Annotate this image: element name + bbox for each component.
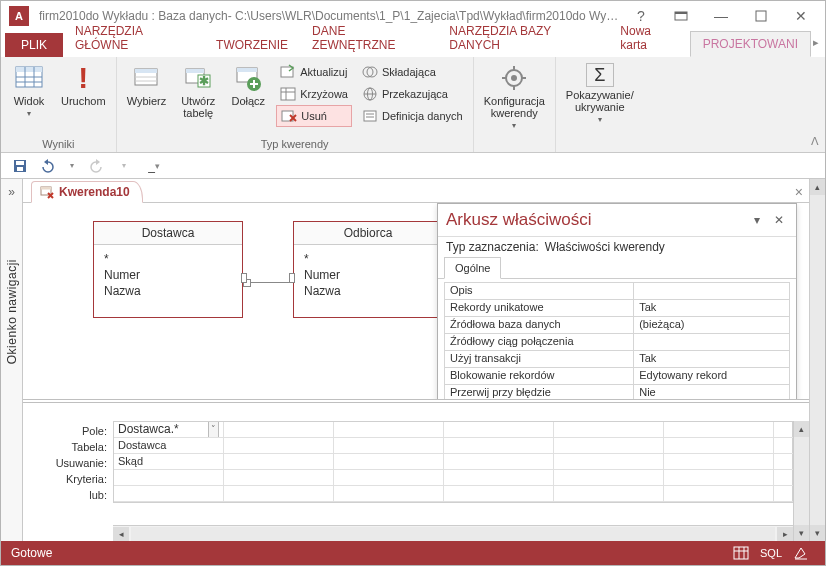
field-numer[interactable]: Numer — [304, 267, 432, 283]
cell-empty[interactable] — [224, 422, 334, 438]
tab-design[interactable]: PROJEKTOWANI — [690, 31, 811, 57]
prop-row[interactable]: Przerwij przy błędzieNie — [444, 384, 790, 402]
sql-view-button[interactable]: SQL — [757, 543, 785, 563]
prop-row[interactable]: Źródłowy ciąg połączenia — [444, 333, 790, 351]
outer-vertical-scrollbar[interactable]: ▴ ▾ — [809, 179, 825, 541]
maximize-button[interactable] — [741, 2, 781, 30]
prop-row[interactable]: Opis — [444, 282, 790, 300]
close-doc-button[interactable]: × — [795, 184, 803, 200]
horizontal-scrollbar[interactable]: ◂ ▸ — [113, 525, 793, 541]
prop-row[interactable]: Rekordy unikatoweTak — [444, 299, 790, 317]
grid-columns[interactable]: Dostawca.*˅ Dostawca Skąd ◂ — [113, 421, 793, 541]
scroll-track[interactable] — [131, 527, 775, 541]
tab-home[interactable]: NARZĘDZIA GŁÓWNE — [63, 19, 204, 57]
tab-database-tools[interactable]: NARZĘDZIA BAZY DANYCH — [437, 19, 608, 57]
scroll-up-button[interactable]: ▴ — [810, 179, 825, 195]
undo-menu-icon[interactable]: ▾ — [63, 157, 81, 175]
field-nazwa[interactable]: Nazwa — [304, 283, 432, 299]
field-nazwa[interactable]: Nazwa — [104, 283, 232, 299]
update-button[interactable]: Aktualizuj — [276, 61, 352, 83]
status-bar: Gotowe SQL — [1, 541, 825, 565]
qat-customize-icon[interactable]: _▾ — [145, 157, 163, 175]
run-icon: ! — [68, 63, 98, 93]
scroll-down-button[interactable]: ▾ — [810, 525, 825, 541]
delete-button[interactable]: Usuń — [276, 105, 352, 127]
show-hide-button[interactable]: Σ Pokazywanie/ ukrywanie ▾ — [562, 61, 638, 126]
tab-overflow-icon[interactable]: ▸ — [813, 36, 819, 49]
table-odbiorca-title: Odbiorca — [294, 222, 442, 245]
tab-custom[interactable]: Nowa karta — [608, 19, 689, 57]
property-tab-general[interactable]: Ogólne — [444, 257, 501, 279]
append-icon — [233, 63, 263, 93]
union-button[interactable]: Składająca — [358, 61, 467, 83]
field-numer[interactable]: Numer — [104, 267, 232, 283]
query-designer: Kwerenda10 × Dostawca * Numer Nazwa Odbi… — [23, 179, 809, 541]
scroll-right-button[interactable]: ▸ — [777, 527, 793, 541]
cell-or-0[interactable] — [114, 486, 224, 502]
app-icon: A — [9, 6, 29, 26]
doc-tab-label: Kwerenda10 — [59, 185, 130, 199]
scroll-down-button[interactable]: ▾ — [794, 525, 809, 541]
prop-row[interactable]: Blokowanie rekordówEdytowany rekord — [444, 367, 790, 385]
cell-delete-0[interactable]: Skąd — [114, 454, 224, 470]
undo-button[interactable] — [37, 157, 55, 175]
tab-create[interactable]: TWORZENIE — [204, 33, 300, 57]
prop-row[interactable]: Limit czasu ODBC60 — [444, 401, 790, 403]
nav-pane-collapsed[interactable]: » Okienko nawigacji — [1, 179, 23, 541]
property-sheet-title: Arkusz właściwości — [446, 210, 744, 230]
table-odbiorca[interactable]: Odbiorca * Numer Nazwa — [293, 221, 443, 318]
cell-table-0[interactable]: Dostawca — [114, 438, 224, 454]
make-table-button[interactable]: ✱ Utwórz tabelę — [176, 61, 220, 121]
dropdown-icon[interactable]: ˅ — [208, 422, 219, 438]
label-table: Tabela: — [23, 441, 107, 457]
close-button[interactable]: ✕ — [781, 2, 821, 30]
field-star[interactable]: * — [304, 251, 432, 267]
workspace: » Okienko nawigacji Kwerenda10 × Dostawc… — [1, 179, 825, 541]
delete-icon — [281, 108, 297, 124]
cell-field-0[interactable]: Dostawca.*˅ — [114, 422, 224, 438]
relationship-canvas[interactable]: Dostawca * Numer Nazwa Odbiorca * Numer … — [23, 203, 809, 403]
append-button[interactable]: Dołącz — [226, 61, 270, 109]
vertical-scrollbar[interactable]: ▴ ▾ — [793, 421, 809, 541]
cell-criteria-0[interactable] — [114, 470, 224, 486]
scroll-left-button[interactable]: ◂ — [113, 527, 129, 541]
design-grid: Pole: Tabela: Usuwanie: Kryteria: lub: D… — [23, 421, 809, 541]
table-dostawca[interactable]: Dostawca * Numer Nazwa — [93, 221, 243, 318]
select-query-button[interactable]: Wybierz — [123, 61, 171, 109]
property-sheet-dropdown-icon[interactable]: ▾ — [748, 211, 766, 229]
ddl-icon — [362, 108, 378, 124]
svg-point-38 — [511, 75, 517, 81]
crosstab-icon — [280, 86, 296, 102]
scroll-track[interactable] — [810, 195, 825, 525]
view-button[interactable]: Widok ▾ — [7, 61, 51, 120]
scroll-up-button[interactable]: ▴ — [794, 421, 809, 437]
doc-tab-kwerenda10[interactable]: Kwerenda10 — [31, 181, 143, 203]
datasheet-view-button[interactable] — [727, 543, 755, 563]
passthrough-button[interactable]: Przekazująca — [358, 83, 467, 105]
minimize-button[interactable]: — — [701, 2, 741, 30]
redo-menu-icon[interactable]: ▾ — [115, 157, 133, 175]
tab-file[interactable]: PLIK — [5, 33, 63, 57]
prop-row[interactable]: Użyj transakcjiTak — [444, 350, 790, 368]
design-view-button[interactable] — [787, 543, 815, 563]
passthrough-icon — [362, 86, 378, 102]
prop-row[interactable]: Źródłowa baza danych(bieżąca) — [444, 316, 790, 334]
crosstab-button[interactable]: Krzyżowa — [276, 83, 352, 105]
query-setup-button[interactable]: Konfiguracja kwerendy ▾ — [480, 61, 549, 132]
scroll-track[interactable] — [794, 437, 809, 525]
label-or: lub: — [23, 489, 107, 505]
save-button[interactable] — [11, 157, 29, 175]
field-star[interactable]: * — [104, 251, 232, 267]
group-show-hide-label — [598, 138, 601, 150]
make-table-icon: ✱ — [183, 63, 213, 93]
collapse-ribbon-button[interactable]: ᐱ — [811, 135, 819, 148]
table-dostawca-title: Dostawca — [94, 222, 242, 245]
join-line[interactable] — [243, 277, 293, 287]
run-button[interactable]: ! Uruchom — [57, 61, 110, 109]
ddl-label: Definicja danych — [382, 110, 463, 122]
ddl-button[interactable]: Definicja danych — [358, 105, 467, 127]
select-query-icon — [131, 63, 161, 93]
tab-external-data[interactable]: DANE ZEWNĘTRZNE — [300, 19, 437, 57]
property-sheet-close-button[interactable]: ✕ — [770, 211, 788, 229]
redo-button[interactable] — [89, 157, 107, 175]
